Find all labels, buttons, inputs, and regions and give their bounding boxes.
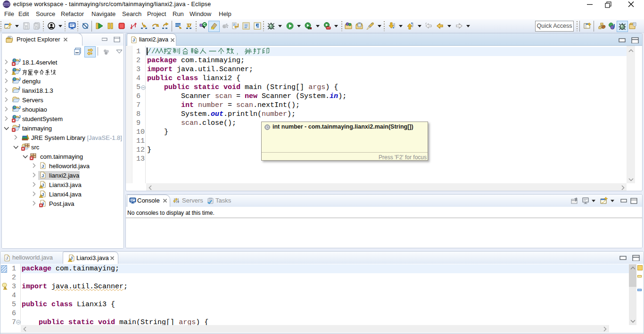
svg-text:J: J [132, 38, 135, 42]
svg-text:J: J [6, 256, 8, 261]
